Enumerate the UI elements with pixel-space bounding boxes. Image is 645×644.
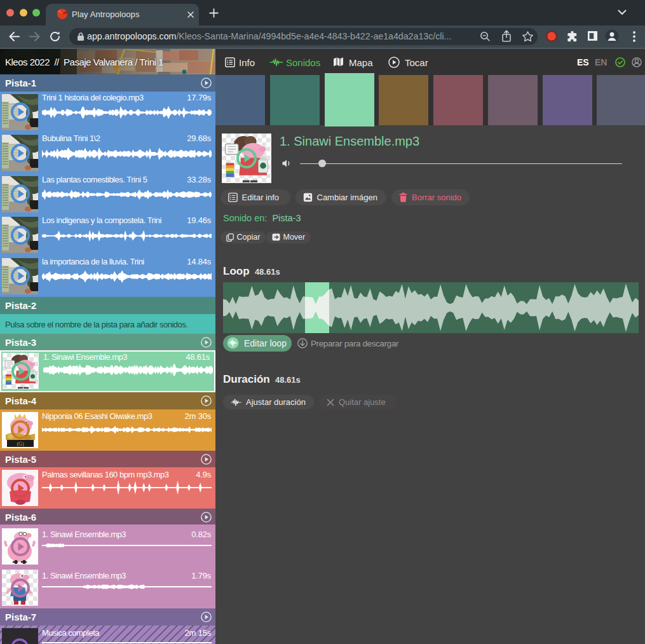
svg-text:(G): (G) [17, 441, 24, 447]
